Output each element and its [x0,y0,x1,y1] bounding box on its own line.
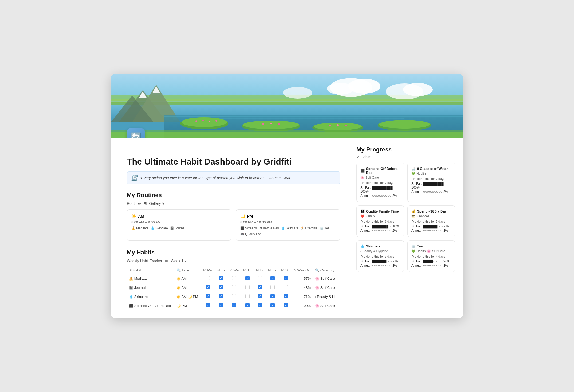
col-header-sa: ☑ Sa [266,267,279,274]
col-header-mo: ☑ Mo [201,267,215,274]
habit-day-fr[interactable] [254,301,266,310]
right-panel: My Progress ↗ Habits ⬛ Screens Off Befor… [351,138,463,318]
routine-card-am-title: ☀️ AM [131,214,227,219]
checked-box[interactable] [219,276,223,280]
habit-day-mo[interactable] [201,283,215,292]
svg-point-21 [243,121,299,129]
habit-day-mo[interactable] [201,301,215,310]
checked-box[interactable] [258,285,262,289]
habit-time-cell: ☀️ AM [174,283,201,292]
habit-day-sa[interactable] [266,301,279,310]
habit-card-sofar: So Far: ██████████ 100% [411,182,451,189]
empty-box[interactable] [258,276,262,280]
checked-box[interactable] [258,294,262,298]
habit-day-mo[interactable] [201,292,215,301]
quote-icon: 🔄 [131,175,137,181]
habit-day-fr[interactable] [254,292,266,301]
routine-item-skincare-am: 💧 Skincare [151,226,168,230]
empty-box[interactable] [270,285,275,289]
checked-box[interactable] [284,294,288,298]
routine-item-qualityfan: 🎮 Quality Fan [240,232,261,236]
checked-box[interactable] [270,294,275,298]
habit-card-category: 💚 Health [411,172,451,175]
svg-point-35 [345,125,347,126]
empty-box[interactable] [284,285,288,289]
checked-box[interactable] [245,276,250,280]
check-tu: ☑ [217,268,220,272]
chevron-week-icon: ∨ [184,259,187,263]
habit-day-sa[interactable] [266,283,279,292]
habit-day-sa[interactable] [266,274,279,283]
habit-card-days: I've done this for 7 days [360,181,400,185]
habit-day-th[interactable] [241,301,254,310]
col-header-habit: ↗ Habit [127,267,174,274]
page-title: The Ultimate Habit Dashboard by Gridfiti [127,157,340,167]
routines-header: Routines ⊞ Gallery ∨ [127,201,340,206]
checked-box[interactable] [284,276,288,280]
checked-box[interactable] [219,294,223,298]
checked-box[interactable] [232,303,236,307]
habit-day-mo[interactable] [201,274,215,283]
week-toggle[interactable]: Week 1 ∨ [171,259,187,263]
habit-day-su[interactable] [279,283,292,292]
checked-box[interactable] [219,303,223,307]
habit-day-we[interactable] [227,274,241,283]
empty-box[interactable] [232,294,236,298]
checked-box[interactable] [270,303,275,307]
checked-box[interactable] [206,303,210,307]
habit-card-sofar: So Far: ███████○○○ 71% [411,225,451,228]
habit-day-su[interactable] [279,292,292,301]
habit-day-tu[interactable] [215,301,227,310]
svg-rect-37 [111,132,463,138]
routines-view-toggle[interactable]: Gallery ∨ [149,201,164,206]
svg-point-33 [329,125,331,126]
habit-day-fr[interactable] [254,283,266,292]
arrow-habits-icon: ↗ [356,155,360,159]
habit-day-tu[interactable] [215,274,227,283]
habit-name-cell: ⬛ Screens Off Before Bed [127,301,174,310]
habit-day-su[interactable] [279,301,292,310]
habits-tracker-label: Weekly Habit Tracker [127,259,162,263]
empty-box[interactable] [245,294,250,298]
checked-box[interactable] [258,303,262,307]
routine-card-pm: 🌙 PM 8:00 PM – 10:30 PM ⬛ Screens Off Be… [236,209,340,241]
progress-section-label: ↗ Habits [356,155,455,159]
svg-point-19 [182,117,227,127]
habit-progress-card: ⬛ Screens Off Before Bed 🌸 Self Care I'v… [356,163,404,202]
svg-point-23 [314,123,362,130]
habit-day-th[interactable] [241,283,254,292]
routine-cards: ☀️ AM 8:00 AM – 9:00 AM 🧘 Meditate 💧 [127,209,340,241]
routines-view-label: Gallery [149,201,161,206]
table-row: 📓 Journal ☀️ AM 43% 🌸 Self Care [127,283,340,292]
routine-card-am: ☀️ AM 8:00 AM – 9:00 AM 🧘 Meditate 💧 [127,209,231,241]
routines-section: My Routines Routines ⊞ Gallery ∨ ☀️ AM [127,192,340,241]
col-header-su: ☑ Su [279,267,292,274]
checked-box[interactable] [284,303,288,307]
habit-day-we[interactable] [227,301,241,310]
checked-box[interactable] [219,285,223,289]
empty-box[interactable] [206,276,210,280]
habit-card-title: 🍶 8 Glasses of Water [411,167,451,171]
habit-card-category: 💚 Health 🌸 Self Care [411,249,451,253]
habit-day-su[interactable] [279,274,292,283]
habit-day-fr[interactable] [254,274,266,283]
habit-card-sofar: So Far: █████○○○○○ 57% [411,259,451,263]
checked-box[interactable] [245,303,250,307]
habit-day-we[interactable] [227,283,241,292]
habit-day-tu[interactable] [215,292,227,301]
habit-day-th[interactable] [241,274,254,283]
habit-progress-card: 💧 Skincare / Beauty & Hygiene I've done … [356,240,404,272]
checked-box[interactable] [206,285,210,289]
empty-box[interactable] [232,276,236,280]
checked-box[interactable] [206,294,210,298]
habit-day-th[interactable] [241,292,254,301]
habit-day-sa[interactable] [266,292,279,301]
empty-box[interactable] [232,285,236,289]
routines-view-icon: ⊞ [144,201,147,206]
habit-day-we[interactable] [227,292,241,301]
habit-day-tu[interactable] [215,283,227,292]
checked-box[interactable] [270,276,275,280]
check-sa: ☑ [268,268,271,272]
empty-box[interactable] [245,285,250,289]
svg-point-31 [270,123,272,124]
